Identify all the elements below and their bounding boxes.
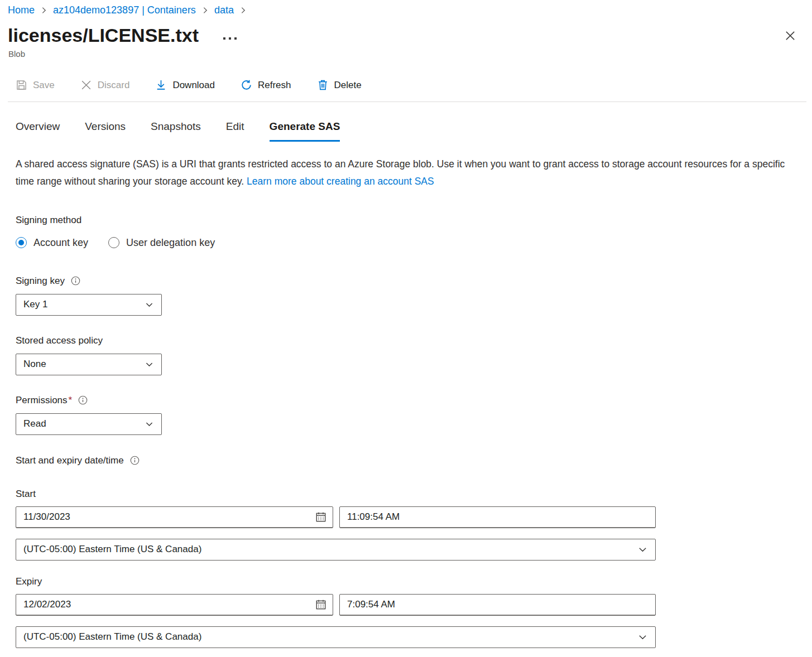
learn-more-link[interactable]: Learn more about creating an account SAS bbox=[247, 176, 434, 187]
tab-overview[interactable]: Overview bbox=[16, 120, 60, 142]
expiry-date-input[interactable] bbox=[23, 599, 315, 610]
discard-icon bbox=[80, 79, 92, 91]
delete-button[interactable]: Delete bbox=[317, 79, 362, 91]
signing-key-dropdown[interactable]: Key 1 bbox=[16, 294, 162, 316]
required-asterisk: * bbox=[69, 395, 73, 405]
download-button-label: Download bbox=[172, 80, 215, 91]
info-icon[interactable] bbox=[70, 276, 81, 286]
chevron-down-icon bbox=[145, 419, 154, 429]
refresh-icon bbox=[241, 79, 252, 91]
sas-description: A shared access signature (SAS) is a URI… bbox=[16, 156, 791, 190]
permissions-dropdown[interactable]: Read bbox=[16, 413, 162, 435]
radio-account-key[interactable]: Account key bbox=[16, 237, 88, 249]
signing-method-label: Signing method bbox=[16, 215, 812, 226]
start-label: Start bbox=[16, 489, 812, 500]
command-bar: Save Discard Download Refresh Delete bbox=[0, 74, 812, 97]
generate-sas-form: Signing method Account key User delegati… bbox=[0, 215, 812, 648]
expiry-time-field bbox=[339, 594, 656, 616]
info-icon[interactable] bbox=[78, 395, 88, 405]
save-icon bbox=[16, 79, 27, 91]
calendar-icon[interactable] bbox=[315, 598, 327, 611]
more-options-button[interactable] bbox=[221, 35, 239, 42]
radio-unselected-icon bbox=[108, 237, 119, 248]
delete-button-label: Delete bbox=[334, 80, 362, 91]
calendar-icon[interactable] bbox=[315, 511, 327, 523]
info-icon[interactable] bbox=[129, 455, 140, 466]
radio-selected-icon bbox=[16, 237, 27, 248]
start-expiry-label: Start and expiry date/time bbox=[16, 455, 124, 466]
signing-key-label-row: Signing key bbox=[16, 276, 812, 287]
close-icon[interactable] bbox=[782, 27, 799, 44]
chevron-down-icon bbox=[637, 632, 648, 642]
expiry-label: Expiry bbox=[16, 576, 812, 587]
refresh-button-label: Refresh bbox=[258, 80, 291, 91]
radio-user-delegation-key[interactable]: User delegation key bbox=[108, 237, 215, 249]
expiry-datetime-row bbox=[16, 594, 812, 616]
start-expiry-label-row: Start and expiry date/time bbox=[16, 455, 812, 466]
generate-sas-blade: Home az104demo123897 | Containers data l… bbox=[0, 0, 812, 657]
toolbar-divider bbox=[8, 102, 806, 102]
save-button-label: Save bbox=[33, 80, 55, 91]
refresh-button[interactable]: Refresh bbox=[241, 79, 291, 91]
tab-versions[interactable]: Versions bbox=[85, 120, 126, 142]
stored-access-policy-dropdown[interactable]: None bbox=[16, 354, 162, 375]
breadcrumb: Home az104demo123897 | Containers data bbox=[0, 0, 812, 16]
tab-generate-sas[interactable]: Generate SAS bbox=[270, 120, 340, 142]
tab-snapshots[interactable]: Snapshots bbox=[151, 120, 201, 142]
signing-key-value: Key 1 bbox=[23, 299, 47, 310]
discard-button[interactable]: Discard bbox=[80, 79, 130, 91]
permissions-label: Permissions* bbox=[16, 395, 72, 406]
expiry-timezone-value: (UTC-05:00) Eastern Time (US & Canada) bbox=[23, 631, 201, 642]
start-time-input[interactable] bbox=[347, 511, 650, 523]
permissions-label-row: Permissions* bbox=[16, 395, 812, 406]
radio-user-delegation-key-label: User delegation key bbox=[126, 237, 215, 249]
chevron-down-icon bbox=[637, 544, 648, 555]
breadcrumb-link-container[interactable]: data bbox=[214, 4, 234, 16]
chevron-right-icon bbox=[201, 7, 209, 14]
tab-bar: Overview Versions Snapshots Edit Generat… bbox=[0, 120, 812, 142]
start-date-input[interactable] bbox=[23, 511, 315, 523]
expiry-timezone-dropdown[interactable]: (UTC-05:00) Eastern Time (US & Canada) bbox=[16, 626, 656, 648]
start-date-field bbox=[16, 506, 333, 528]
delete-icon bbox=[317, 79, 329, 91]
stored-access-policy-label: Stored access policy bbox=[16, 335, 812, 346]
chevron-right-icon bbox=[40, 7, 47, 14]
radio-account-key-label: Account key bbox=[33, 237, 88, 249]
discard-button-label: Discard bbox=[98, 80, 130, 91]
download-button[interactable]: Download bbox=[155, 79, 215, 91]
signing-method-radio-group: Account key User delegation key bbox=[16, 237, 812, 249]
chevron-right-icon bbox=[239, 7, 247, 14]
expiry-date-field bbox=[16, 594, 333, 616]
start-datetime-row bbox=[16, 506, 812, 528]
chevron-down-icon bbox=[145, 300, 154, 310]
tab-edit[interactable]: Edit bbox=[226, 120, 244, 142]
page-title: licenses/LICENSE.txt bbox=[8, 24, 199, 47]
start-timezone-value: (UTC-05:00) Eastern Time (US & Canada) bbox=[23, 544, 201, 555]
blade-subtitle: Blob bbox=[0, 47, 812, 59]
save-button[interactable]: Save bbox=[16, 79, 55, 91]
start-timezone-dropdown[interactable]: (UTC-05:00) Eastern Time (US & Canada) bbox=[16, 539, 656, 561]
permissions-value: Read bbox=[23, 418, 46, 429]
chevron-down-icon bbox=[145, 360, 154, 369]
breadcrumb-link-home[interactable]: Home bbox=[8, 4, 35, 16]
signing-key-label: Signing key bbox=[16, 276, 65, 287]
stored-access-policy-value: None bbox=[23, 359, 46, 370]
blade-header: licenses/LICENSE.txt bbox=[0, 16, 812, 47]
expiry-time-input[interactable] bbox=[347, 599, 650, 610]
download-icon bbox=[155, 79, 167, 91]
start-time-field bbox=[339, 506, 656, 528]
breadcrumb-link-storage-account[interactable]: az104demo123897 | Containers bbox=[53, 4, 196, 16]
